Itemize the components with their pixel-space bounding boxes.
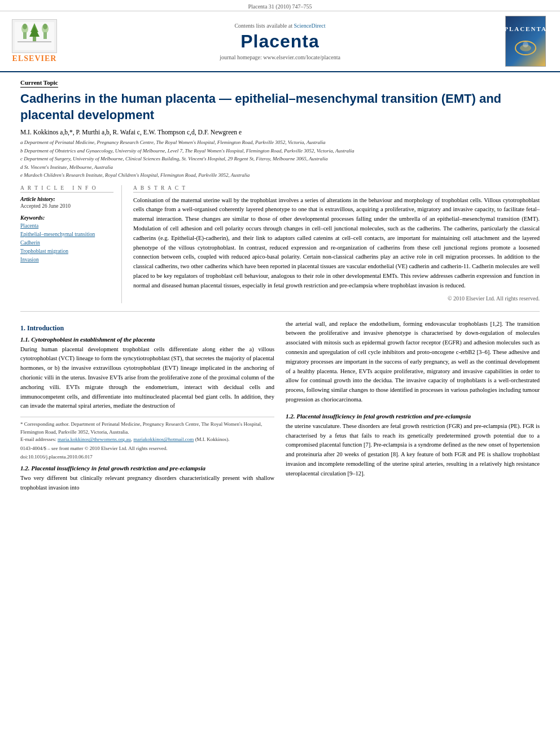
authors-line: M.I. Kokkinos a,b,*, P. Murthi a,b, R. W… (20, 129, 540, 136)
right-col-text1: the arterial wall, and replace the endot… (286, 320, 540, 405)
history-label: Article history: (20, 196, 113, 202)
journal-cover: PLACENTA (500, 16, 551, 67)
affiliation-b: b Department of Obstetrics and Gynaecolo… (20, 147, 540, 155)
article-history-section: Article history: Accepted 26 June 2010 (20, 196, 113, 209)
article-title: Cadherins in the human placenta — epithe… (20, 91, 540, 123)
article-info-column: A R T I C L E I N F O Article history: A… (20, 185, 122, 303)
journal-header: ELSEVIER Contents lists available at Sci… (0, 11, 560, 72)
elsevier-name-label: ELSEVIER (12, 54, 57, 63)
abstract-text: Colonisation of the maternal uterine wal… (133, 196, 540, 303)
keyword-2: Epithelial–mesenchymal transition (20, 230, 113, 239)
section-label: Current Topic (20, 79, 58, 88)
svg-point-9 (43, 24, 47, 29)
article-meta-section: A R T I C L E I N F O Article history: A… (20, 185, 540, 303)
keyword-1: Placenta (20, 222, 113, 230)
right-col-text2: the uterine vasculature. These disorders… (286, 422, 540, 479)
email-suffix: (M.I. Kokkinos). (195, 436, 230, 442)
footnotes: * Corresponding author. Department of Pe… (20, 417, 274, 461)
subsection1-heading: 1.1. Cytotrophoblast in establishment of… (20, 336, 274, 343)
svg-point-13 (523, 42, 528, 47)
elsevier-logo-image (12, 19, 57, 53)
keywords-section: Keywords: Placenta Epithelial–mesenchyma… (20, 215, 113, 265)
email-link-2[interactable]: mariakokkinos@hotmail.com (133, 436, 194, 442)
subsection2-heading: 1.2. Placental insufficiency in fetal gr… (20, 465, 274, 471)
article-info-section-label: A R T I C L E I N F O (20, 185, 113, 193)
doi-line: doi:10.1016/j.placenta.2010.06.017 (20, 453, 274, 461)
sciencedirect-line: Contents lists available at ScienceDirec… (65, 23, 495, 29)
affiliation-a: a Department of Perinatal Medicine, Preg… (20, 139, 540, 147)
keyword-3: Cadherin (20, 239, 113, 247)
svg-rect-2 (23, 32, 27, 39)
svg-rect-8 (43, 32, 47, 39)
intro-heading: 1. Introduction (20, 324, 274, 333)
journal-title: Placenta (65, 31, 495, 52)
issn-line: 0143-4004/$ – see front matter © 2010 El… (20, 445, 274, 453)
right-subsection2-heading: 1.2. Placental insufficiency in fetal gr… (286, 413, 540, 420)
affiliation-c: c Department of Surgery, University of M… (20, 155, 540, 163)
abstract-body: Colonisation of the maternal uterine wal… (133, 197, 540, 289)
elsevier-logo: ELSEVIER (9, 19, 60, 63)
affiliation-d: d St. Vincent's Institute, Melbourne, Au… (20, 164, 540, 172)
abstract-section-label: A B S T R A C T (133, 185, 540, 193)
subsection2-text: Two very different but clinically releva… (20, 474, 274, 493)
body-left-column: 1. Introduction 1.1. Cytotrophoblast in … (20, 320, 274, 495)
accepted-date: Accepted 26 June 2010 (20, 203, 113, 209)
keyword-4: Trophoblast migration (20, 247, 113, 256)
keyword-5: Invasion (20, 256, 113, 264)
body-section: 1. Introduction 1.1. Cytotrophoblast in … (20, 320, 540, 495)
body-right-column: the arterial wall, and replace the endot… (286, 320, 540, 495)
affiliation-e: e Murdoch Children's Research Institute,… (20, 172, 540, 180)
email-label: E-mail addresses: (20, 436, 56, 442)
authors-text: M.I. Kokkinos a,b,*, P. Murthi a,b, R. W… (20, 129, 242, 136)
abstract-column: A B S T R A C T Colonisation of the mate… (133, 185, 540, 303)
journal-cover-image: PLACENTA (505, 16, 546, 67)
sciencedirect-link[interactable]: ScienceDirect (294, 23, 325, 29)
email-link-1[interactable]: maria.kokkinos@thewomens.org.au (58, 436, 131, 442)
elsevier-tree-icon (15, 22, 54, 50)
keywords-list: Placenta Epithelial–mesenchymal transiti… (20, 222, 113, 265)
top-bar: Placenta 31 (2010) 747–755 (0, 0, 560, 11)
journal-citation: Placenta 31 (2010) 747–755 (248, 3, 312, 10)
keywords-label: Keywords: (20, 215, 113, 221)
section-divider (20, 311, 540, 312)
svg-rect-6 (33, 37, 36, 41)
copyright-text: © 2010 Elsevier Ltd. All rights reserved… (133, 294, 540, 303)
email-note: E-mail addresses: maria.kokkinos@thewome… (20, 436, 274, 444)
article-content: Current Topic Cadherins in the human pla… (0, 72, 560, 504)
affiliations: a Department of Perinatal Medicine, Preg… (20, 139, 540, 180)
journal-center: Contents lists available at ScienceDirec… (65, 23, 495, 60)
svg-point-3 (23, 24, 27, 29)
cover-illustration (511, 32, 540, 58)
homepage-line: journal homepage: www.elsevier.com/locat… (65, 54, 495, 60)
subsection1-text: During human placental development troph… (20, 345, 274, 412)
corresponding-note: * Corresponding author. Department of Pe… (20, 421, 274, 436)
